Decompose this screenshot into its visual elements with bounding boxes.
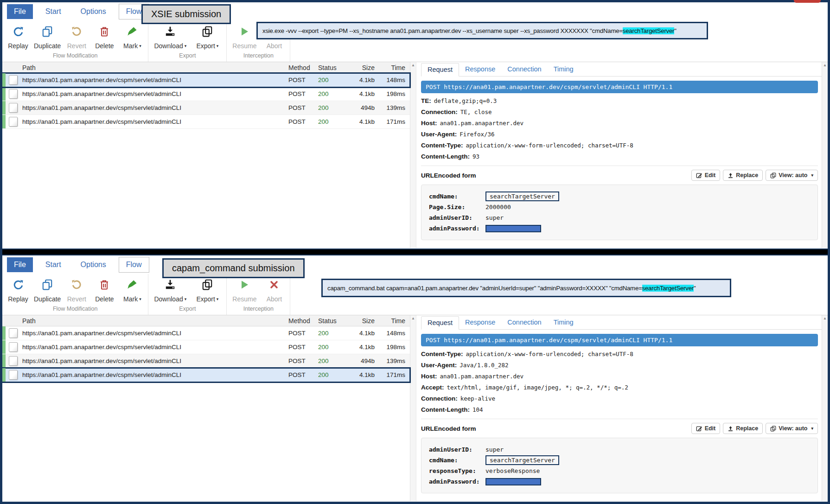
flow-list: Path Method Status Size Time https://ana… bbox=[2, 62, 410, 248]
resume-label: Resume bbox=[232, 42, 256, 50]
paintbrush-icon bbox=[126, 22, 138, 41]
mark-button[interactable]: Mark▾ bbox=[118, 274, 146, 304]
flow-scrollbar[interactable]: ▲ bbox=[410, 62, 416, 248]
header-value: 93 bbox=[472, 153, 479, 160]
delete-label: Delete bbox=[95, 295, 114, 303]
download-button[interactable]: Download▾ bbox=[150, 21, 190, 51]
duplicate-label: Duplicate bbox=[34, 295, 61, 303]
intercept-stripe bbox=[2, 326, 6, 340]
column-header-path[interactable]: Path bbox=[2, 317, 288, 325]
scroll-up-icon[interactable]: ▲ bbox=[823, 316, 827, 320]
flow-row-selected[interactable]: https://ana01.pam.anapartner.dev/cspm/se… bbox=[2, 368, 410, 382]
flow-row[interactable]: https://ana01.pam.anapartner.dev/cspm/se… bbox=[2, 340, 410, 354]
flow-scrollbar[interactable]: ▲ bbox=[410, 315, 416, 501]
resume-button[interactable]: Resume bbox=[229, 274, 260, 304]
flow-row-selected[interactable]: https://ana01.pam.anapartner.dev/cspm/se… bbox=[2, 73, 410, 87]
ribbon-group-interception: Resume Abort Interception bbox=[227, 274, 290, 315]
flow-row[interactable]: https://ana01.pam.anapartner.dev/cspm/se… bbox=[2, 326, 410, 340]
duplicate-button[interactable]: Duplicate bbox=[32, 21, 63, 51]
tab-request[interactable]: Request bbox=[421, 63, 459, 77]
flow-row[interactable]: https://ana01.pam.anapartner.dev/cspm/se… bbox=[2, 87, 410, 101]
detail-scrollbar[interactable]: ▲ bbox=[822, 315, 828, 501]
flow-row[interactable]: https://ana01.pam.anapartner.dev/cspm/se… bbox=[2, 115, 410, 129]
group-label-interception: Interception bbox=[229, 51, 288, 62]
tab-options[interactable]: Options bbox=[74, 4, 113, 19]
form-field: adminPassword: bbox=[429, 223, 810, 233]
header-value: application/x-www-form-urlencoded; chars… bbox=[466, 142, 633, 149]
scroll-up-icon[interactable]: ▲ bbox=[411, 316, 415, 320]
flow-status: 200 bbox=[318, 357, 344, 364]
header-name: Host bbox=[421, 373, 437, 380]
flow-method: POST bbox=[288, 104, 318, 111]
delete-label: Delete bbox=[95, 42, 114, 50]
mark-button[interactable]: Mark▾ bbox=[118, 21, 146, 51]
replay-button[interactable]: Replay bbox=[4, 21, 32, 51]
scroll-up-icon[interactable]: ▲ bbox=[823, 63, 827, 67]
tab-response[interactable]: Response bbox=[459, 63, 501, 76]
replay-button[interactable]: Replay bbox=[4, 274, 32, 304]
download-button[interactable]: Download▾ bbox=[150, 274, 190, 304]
column-header-status[interactable]: Status bbox=[318, 64, 344, 71]
column-header-status[interactable]: Status bbox=[318, 317, 344, 325]
scroll-up-icon[interactable]: ▲ bbox=[411, 63, 415, 67]
detail-scrollbar[interactable]: ▲ bbox=[822, 62, 828, 248]
resume-button[interactable]: Resume bbox=[229, 21, 260, 51]
flow-row[interactable]: https://ana01.pam.anapartner.dev/cspm/se… bbox=[2, 101, 410, 115]
view-mode-button[interactable]: View: auto▾ bbox=[766, 170, 818, 181]
tab-flow[interactable]: Flow bbox=[119, 257, 149, 273]
column-header-time[interactable]: Time bbox=[375, 317, 410, 325]
tab-response[interactable]: Response bbox=[459, 316, 501, 329]
menu-tab-bar: File Start Options Flow bbox=[2, 255, 828, 274]
caret-down-icon: ▾ bbox=[185, 297, 187, 301]
form-value: verboseResponse bbox=[485, 467, 540, 474]
tab-start[interactable]: Start bbox=[38, 4, 68, 19]
trash-icon bbox=[99, 22, 110, 41]
header-name: Connection bbox=[421, 108, 458, 115]
duplicate-button[interactable]: Duplicate bbox=[32, 274, 63, 304]
tab-timing[interactable]: Timing bbox=[548, 316, 580, 329]
replace-button[interactable]: Replace bbox=[723, 170, 763, 181]
command-highlight: searchTargetServer bbox=[623, 27, 674, 34]
abort-button[interactable]: Abort bbox=[260, 274, 288, 304]
tab-options[interactable]: Options bbox=[74, 257, 113, 272]
tab-connection[interactable]: Connection bbox=[501, 63, 547, 76]
view-mode-button[interactable]: View: auto▾ bbox=[766, 423, 818, 434]
form-title: URLEncoded form bbox=[421, 425, 689, 432]
flow-time: 139ms bbox=[375, 104, 410, 111]
revert-button[interactable]: Revert bbox=[63, 274, 90, 304]
urlencoded-form-body: cmdName:searchTargetServer Page.Size:200… bbox=[421, 185, 818, 240]
tab-file[interactable]: File bbox=[7, 257, 33, 272]
delete-button[interactable]: Delete bbox=[90, 21, 118, 51]
download-icon bbox=[164, 22, 176, 41]
flow-file-icon bbox=[9, 342, 18, 352]
replace-button[interactable]: Replace bbox=[723, 423, 763, 434]
column-header-path[interactable]: Path bbox=[2, 64, 288, 71]
column-header-size[interactable]: Size bbox=[344, 317, 375, 325]
form-value-highlight-box: searchTargetServer bbox=[485, 455, 559, 465]
export-button[interactable]: Export▾ bbox=[190, 274, 224, 304]
flow-file-icon bbox=[9, 103, 18, 113]
tab-request[interactable]: Request bbox=[421, 316, 459, 330]
export-button[interactable]: Export▾ bbox=[190, 21, 224, 51]
request-header: Content-Typeapplication/x-www-form-urlen… bbox=[421, 142, 822, 149]
column-header-method[interactable]: Method bbox=[288, 64, 318, 71]
flow-size: 4.1kb bbox=[344, 77, 375, 83]
header-name: Content-Length bbox=[421, 153, 470, 160]
edit-button[interactable]: Edit bbox=[691, 423, 721, 434]
flow-size: 4.1kb bbox=[344, 371, 375, 378]
column-header-method[interactable]: Method bbox=[288, 317, 318, 325]
request-header: User-AgentJava/1.8.0_282 bbox=[421, 362, 822, 369]
tab-start[interactable]: Start bbox=[38, 257, 68, 272]
tab-file[interactable]: File bbox=[7, 4, 33, 19]
form-field: adminUserID:super bbox=[429, 213, 810, 223]
column-header-size[interactable]: Size bbox=[344, 64, 375, 71]
revert-button[interactable]: Revert bbox=[63, 21, 90, 51]
column-header-time[interactable]: Time bbox=[375, 64, 410, 71]
delete-button[interactable]: Delete bbox=[90, 274, 118, 304]
tab-connection[interactable]: Connection bbox=[501, 316, 547, 329]
flow-row[interactable]: https://ana01.pam.anapartner.dev/cspm/se… bbox=[2, 354, 410, 368]
tab-timing[interactable]: Timing bbox=[548, 63, 580, 76]
revert-icon bbox=[70, 22, 83, 41]
flow-time: 171ms bbox=[375, 118, 410, 125]
edit-button[interactable]: Edit bbox=[691, 170, 721, 181]
